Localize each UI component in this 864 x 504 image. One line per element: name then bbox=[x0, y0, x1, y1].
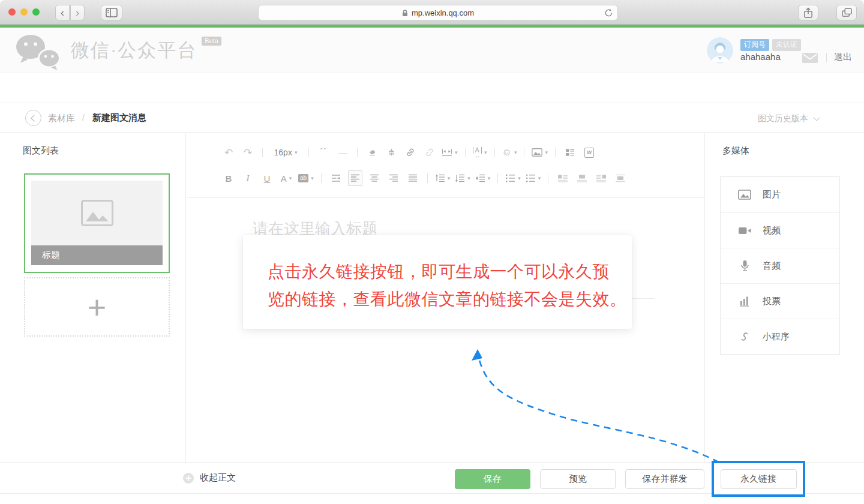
sidebar-icon bbox=[106, 8, 118, 17]
image-inline-button[interactable] bbox=[575, 170, 589, 186]
letter-spacing-button[interactable]: A ↔ ▾ bbox=[473, 145, 487, 160]
image-float-left-icon bbox=[557, 174, 568, 182]
line-spacing-decrease-button[interactable]: ▾ bbox=[455, 170, 470, 186]
font-size-value: 16px bbox=[274, 148, 292, 157]
preview-button[interactable]: 预览 bbox=[540, 469, 616, 489]
paint-brush-icon bbox=[387, 148, 396, 157]
insert-link-button[interactable] bbox=[403, 145, 418, 160]
refresh-button[interactable] bbox=[604, 8, 613, 17]
line-spacing-increase-button[interactable]: ▾ bbox=[435, 170, 451, 186]
caret-down-icon: ▾ bbox=[467, 175, 470, 181]
line-spacing-up-icon bbox=[435, 173, 445, 183]
indent-button[interactable] bbox=[329, 170, 343, 186]
window-controls bbox=[8, 8, 40, 16]
letter-spacing-icon: A ↔ bbox=[473, 147, 482, 158]
font-color-button[interactable]: A ▾ bbox=[279, 170, 293, 186]
toolbar-divider bbox=[524, 148, 524, 157]
ordered-list-icon bbox=[505, 173, 515, 183]
underline-button[interactable]: U bbox=[260, 170, 274, 186]
format-painter-button[interactable] bbox=[384, 145, 398, 160]
word-import-button[interactable]: W bbox=[582, 145, 596, 160]
redo-button[interactable]: ↷ bbox=[241, 145, 255, 160]
caret-down-icon: ▾ bbox=[448, 175, 451, 181]
media-item-image[interactable]: 图片 bbox=[721, 177, 839, 212]
platform-title: 微信·公众平台 bbox=[71, 38, 197, 63]
media-panel-title: 多媒体 bbox=[722, 145, 749, 157]
italic-button[interactable]: I bbox=[241, 170, 255, 186]
back-chevron-icon bbox=[31, 115, 37, 121]
caret-down-icon: ▾ bbox=[518, 175, 521, 181]
history-versions-dropdown[interactable]: 图文历史版本 bbox=[758, 113, 819, 124]
media-item-audio[interactable]: 音频 bbox=[721, 248, 839, 283]
image-float-right-button[interactable] bbox=[594, 170, 608, 186]
mail-icon[interactable] bbox=[802, 53, 818, 65]
share-button[interactable] bbox=[798, 5, 818, 20]
horizontal-rule-icon: — bbox=[338, 148, 347, 158]
bold-button[interactable]: B bbox=[221, 170, 236, 186]
sidebar-toggle-button[interactable] bbox=[101, 5, 122, 20]
blockquote-icon: ” bbox=[320, 148, 327, 157]
image-icon bbox=[737, 190, 752, 200]
insert-image-button[interactable]: ▾ bbox=[532, 145, 548, 160]
browser-back-button[interactable]: ‹ bbox=[55, 5, 70, 20]
font-size-select[interactable]: 16px ▾ bbox=[270, 145, 301, 160]
align-center-button[interactable] bbox=[367, 170, 382, 186]
save-and-broadcast-button[interactable]: 保存并群发 bbox=[625, 469, 704, 489]
caret-down-icon: ▾ bbox=[488, 175, 491, 181]
remove-link-button[interactable] bbox=[422, 145, 437, 160]
logout-link[interactable]: 退出 bbox=[834, 52, 852, 63]
image-float-right-icon bbox=[596, 174, 607, 182]
paragraph-spacing-button[interactable]: ▾ bbox=[475, 170, 491, 186]
wechat-logo-icon bbox=[14, 33, 62, 70]
emoji-button[interactable]: ☺ ▾ bbox=[502, 145, 517, 160]
account-name: ahahaaha bbox=[740, 52, 781, 62]
media-item-poll[interactable]: 投票 bbox=[721, 283, 839, 319]
save-button[interactable]: 保存 bbox=[455, 469, 530, 489]
minimize-window-button[interactable] bbox=[20, 8, 28, 16]
guide-tooltip: 点击永久链接按钮，即可生成一个可以永久预 览的链接，查看此微信文章的链接不会是失… bbox=[243, 235, 632, 329]
breadcrumb-bar: 素材库 / 新建图文消息 图文历史版本 bbox=[0, 103, 864, 133]
header-divider bbox=[826, 53, 827, 62]
toolbar-divider bbox=[262, 148, 263, 157]
align-right-button[interactable] bbox=[386, 170, 401, 186]
account-type-badge: 订阅号 bbox=[740, 39, 769, 51]
microphone-icon bbox=[737, 260, 752, 272]
undo-button[interactable]: ↶ bbox=[221, 145, 236, 160]
toolbar-separator-line bbox=[187, 197, 704, 198]
image-float-left-button[interactable] bbox=[556, 170, 570, 186]
align-justify-button[interactable] bbox=[406, 170, 420, 186]
highlight-button[interactable]: ab ▾ bbox=[298, 170, 314, 186]
image-block-center-button[interactable] bbox=[613, 170, 628, 186]
page-margin-button[interactable]: ▾ bbox=[442, 145, 458, 160]
align-left-icon bbox=[350, 173, 360, 183]
tabs-overview-button[interactable] bbox=[836, 5, 857, 20]
add-article-button[interactable]: + bbox=[24, 277, 170, 337]
toolbar-divider bbox=[497, 173, 498, 183]
toolbar-divider bbox=[321, 173, 322, 183]
blockquote-button[interactable]: ” bbox=[316, 145, 331, 160]
card-layout-icon bbox=[565, 148, 575, 157]
caret-down-icon: ▾ bbox=[289, 175, 292, 181]
miniprogram-icon bbox=[737, 331, 752, 343]
unordered-list-button[interactable]: ▾ bbox=[526, 170, 541, 186]
caret-down-icon: ▾ bbox=[538, 175, 541, 181]
back-to-library-button[interactable] bbox=[25, 110, 41, 126]
ordered-list-button[interactable]: ▾ bbox=[505, 170, 521, 186]
fullscreen-window-button[interactable] bbox=[32, 8, 40, 16]
media-item-video[interactable]: 视频 bbox=[721, 212, 839, 248]
media-item-miniprogram[interactable]: 小程序 bbox=[721, 319, 839, 354]
collapse-body-button[interactable]: 收起正文 bbox=[183, 472, 236, 484]
article-card-selected[interactable]: 标题 bbox=[24, 173, 170, 273]
card-layout-button[interactable] bbox=[563, 145, 577, 160]
address-bar[interactable]: mp.weixin.qq.com bbox=[258, 5, 618, 20]
bar-chart-icon bbox=[737, 296, 752, 307]
horizontal-rule-button[interactable]: — bbox=[335, 145, 350, 160]
browser-forward-button[interactable]: › bbox=[70, 5, 85, 20]
close-window-button[interactable] bbox=[8, 8, 16, 16]
breadcrumb-parent[interactable]: 素材库 bbox=[48, 113, 75, 124]
format-clear-button[interactable] bbox=[365, 145, 379, 160]
article-card-title: 标题 bbox=[31, 245, 163, 265]
align-left-button[interactable] bbox=[348, 170, 362, 186]
permanent-link-button[interactable]: 永久链接 bbox=[721, 469, 797, 489]
site-header: 微信·公众平台 Beta 订阅号 未认证 ahahaaha 退出 bbox=[0, 28, 864, 73]
